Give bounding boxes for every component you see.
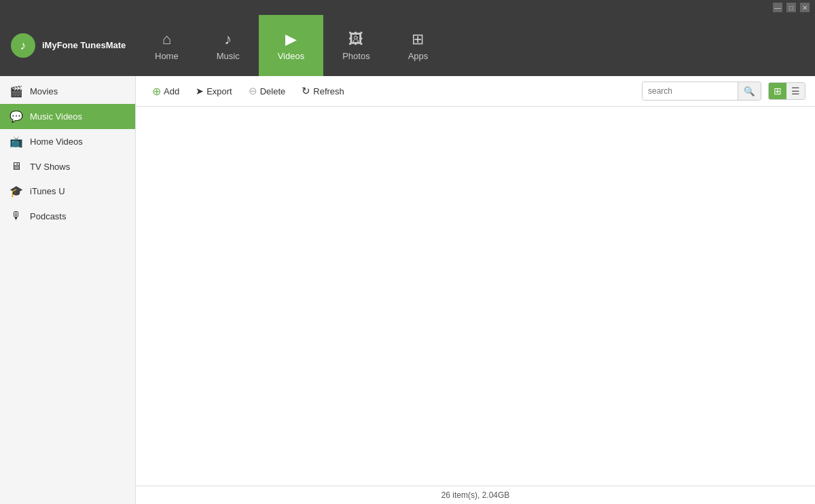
list-view-button[interactable]: ☰ [786,83,805,99]
minimize-button[interactable]: — [773,3,782,12]
nav-tab-apps[interactable]: ⊞Apps [389,15,448,76]
podcasts-sidebar-icon: 🎙 [10,210,23,222]
sidebar-item-itunes-u[interactable]: 🎓iTunes U [0,179,135,204]
nav-tab-photos[interactable]: 🖼Photos [323,15,388,76]
nav-tabs: ⌂Home♪Music▶Videos🖼Photos⊞Apps [136,15,815,76]
export-button[interactable]: ➤ Export [189,83,239,99]
titlebar: — □ ✕ [0,0,815,15]
toolbar: ⊕ Add ➤ Export ⊖ Delete ↻ Refresh 🔍 ⊞ [136,76,815,107]
tv-shows-sidebar-icon: 🖥 [10,160,23,173]
photos-tab-icon: 🖼 [348,31,363,48]
delete-icon: ⊖ [249,85,257,97]
maximize-button[interactable]: □ [786,3,796,12]
grid-view-button[interactable]: ⊞ [769,83,786,99]
music-videos-sidebar-label: Music Videos [30,111,82,122]
view-toggle: ⊞ ☰ [768,82,805,100]
podcasts-sidebar-label: Podcasts [30,211,66,221]
refresh-button[interactable]: ↻ Refresh [295,82,351,100]
close-button[interactable]: ✕ [800,3,810,12]
add-icon: ⊕ [152,85,161,98]
nav-tab-music[interactable]: ♪Music [198,15,259,76]
header: ♪ iMyFone TunesMate ⌂Home♪Music▶Videos🖼P… [0,15,815,76]
home-tab-icon: ⌂ [162,31,171,48]
home-tab-label: Home [155,51,179,61]
sidebar-item-tv-shows[interactable]: 🖥TV Shows [0,154,135,179]
search-box: 🔍 [642,82,761,101]
videos-tab-label: Videos [278,51,305,61]
add-label: Add [164,86,179,96]
sidebar: 🎬Movies💬Music Videos📺Home Videos🖥TV Show… [0,76,136,504]
main-layout: 🎬Movies💬Music Videos📺Home Videos🖥TV Show… [0,76,815,504]
status-text: 26 item(s), 2.04GB [441,490,510,500]
add-button[interactable]: ⊕ Add [145,82,186,101]
export-icon: ➤ [196,86,204,96]
delete-label: Delete [260,86,286,96]
movies-sidebar-label: Movies [30,86,58,96]
apps-tab-label: Apps [408,51,429,61]
tv-shows-sidebar-label: TV Shows [30,162,70,172]
sidebar-item-podcasts[interactable]: 🎙Podcasts [0,204,135,228]
itunes-u-sidebar-label: iTunes U [30,186,65,196]
nav-tab-home[interactable]: ⌂Home [136,15,198,76]
app-logo-icon: ♪ [11,33,35,58]
content-area: ⊕ Add ➤ Export ⊖ Delete ↻ Refresh 🔍 ⊞ [136,76,815,504]
refresh-label: Refresh [313,86,344,96]
apps-tab-icon: ⊞ [412,31,424,48]
sidebar-item-movies[interactable]: 🎬Movies [0,79,135,104]
music-tab-icon: ♪ [224,31,232,48]
nav-tab-videos[interactable]: ▶Videos [259,15,324,76]
videos-tab-icon: ▶ [285,31,297,48]
sidebar-item-home-videos[interactable]: 📺Home Videos [0,129,135,154]
music-videos-sidebar-icon: 💬 [10,110,23,123]
app-title: iMyFone TunesMate [42,40,126,52]
itunes-u-sidebar-icon: 🎓 [10,185,23,198]
photos-tab-label: Photos [342,51,369,61]
export-label: Export [206,86,232,96]
statusbar: 26 item(s), 2.04GB [136,486,815,504]
logo-area: ♪ iMyFone TunesMate [0,33,136,58]
delete-button[interactable]: ⊖ Delete [242,82,293,100]
search-input[interactable] [642,82,738,100]
search-button[interactable]: 🔍 [738,82,761,100]
home-videos-sidebar-label: Home Videos [30,137,83,147]
grid-area [136,107,815,486]
home-videos-sidebar-icon: 📺 [10,135,23,148]
sidebar-item-music-videos[interactable]: 💬Music Videos [0,104,135,129]
music-tab-label: Music [217,51,240,61]
movies-sidebar-icon: 🎬 [10,85,23,98]
refresh-icon: ↻ [302,85,310,97]
